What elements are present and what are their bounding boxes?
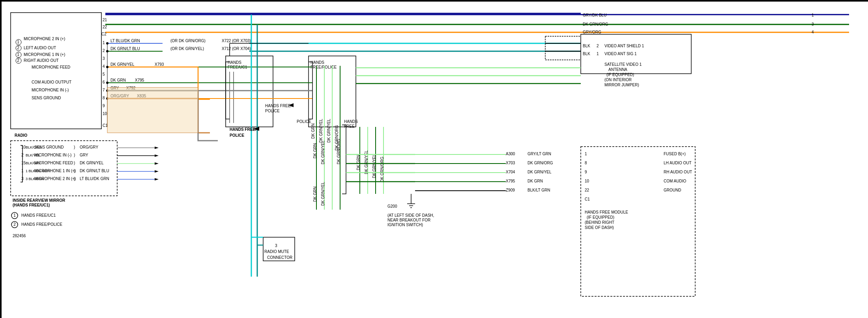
svg-text:8: 8 [103, 96, 105, 100]
svg-text:DK GRN/YEL: DK GRN/YEL [327, 119, 331, 143]
svg-point-205 [106, 50, 108, 52]
svg-text:6: 6 [103, 80, 105, 84]
svg-text:(OR DK GRN/YEL): (OR DK GRN/YEL) [170, 46, 204, 51]
svg-point-206 [106, 66, 108, 68]
svg-text:VIDEO ANT SIG 1: VIDEO ANT SIG 1 [604, 52, 637, 56]
svg-text:BLK/LT GRN: BLK/LT GRN [528, 188, 550, 192]
svg-text:C2: C2 [101, 32, 107, 36]
svg-text:COM AUDIO OUTPUT: COM AUDIO OUTPUT [32, 80, 71, 84]
svg-text:2: 2 [17, 58, 19, 63]
svg-text:8: 8 [585, 161, 587, 165]
svg-text:3  BLK/BRN: 3 BLK/BRN [26, 177, 44, 181]
svg-point-204 [106, 42, 108, 45]
svg-text:): ) [74, 153, 75, 157]
svg-text:): ) [74, 161, 75, 165]
svg-text:1: 1 [17, 40, 19, 44]
svg-text:DK GRN/LT BLU: DK GRN/LT BLU [80, 169, 109, 173]
svg-text:3: 3 [103, 56, 105, 61]
svg-text:HANDS: HANDS [228, 60, 241, 65]
svg-text:HANDS FREE/: HANDS FREE/ [265, 104, 292, 108]
svg-text:DK GRN/ORG: DK GRN/ORG [337, 139, 341, 164]
svg-text:): ) [74, 177, 75, 181]
svg-text:RADIO MUTE: RADIO MUTE [264, 249, 289, 254]
svg-text:IGNITION SWITCH): IGNITION SWITCH) [387, 223, 423, 227]
svg-text:BLK: BLK [583, 44, 590, 48]
svg-text:HANDS FREE/UC1: HANDS FREE/UC1 [21, 213, 56, 218]
svg-text:X795: X795 [506, 179, 515, 183]
svg-text:5: 5 [103, 72, 105, 76]
svg-text:22: 22 [585, 188, 589, 192]
svg-text:15: 15 [21, 161, 26, 165]
svg-text:10: 10 [585, 179, 589, 183]
svg-text:1: 1 [812, 13, 814, 17]
svg-text:DK GRN/YEL: DK GRN/YEL [364, 150, 369, 174]
svg-text:(HANDS FREE/UC1): (HANDS FREE/UC1) [13, 203, 50, 207]
svg-text:MIRROR JUMPER): MIRROR JUMPER) [604, 83, 639, 87]
svg-text:X704: X704 [506, 170, 515, 174]
svg-text:1: 1 [585, 152, 587, 156]
svg-text:RH AUDIO OUT: RH AUDIO OUT [664, 170, 692, 174]
svg-text:DK GRN/YEL: DK GRN/YEL [321, 140, 325, 164]
svg-text:GRY: GRY [80, 153, 88, 157]
svg-text:SENS GROUND: SENS GROUND [32, 96, 61, 100]
svg-text:7: 7 [103, 88, 105, 92]
svg-text:HANDS FREE/: HANDS FREE/ [230, 127, 256, 132]
svg-text:LEFT AUDIO OUT: LEFT AUDIO OUT [24, 46, 56, 50]
svg-text:COM AUDIO: COM AUDIO [664, 179, 686, 183]
svg-text:9: 9 [585, 170, 587, 174]
svg-text:2: 2 [17, 46, 19, 50]
svg-text:NEAR BREAKOUT FOR: NEAR BREAKOUT FOR [387, 218, 430, 222]
svg-text:C1: C1 [585, 197, 590, 201]
svg-text:4: 4 [103, 64, 105, 69]
svg-text:HANDS: HANDS [344, 119, 358, 124]
svg-text:LT BLU/DK GRN: LT BLU/DK GRN [110, 39, 140, 43]
svg-point-207 [106, 82, 108, 84]
svg-text:ANTENNA: ANTENNA [608, 67, 627, 72]
svg-text:VIDEO ANT SHIELD 1: VIDEO ANT SHIELD 1 [604, 44, 644, 48]
svg-text:2: 2 [13, 222, 16, 227]
svg-text:MICROPHONE 2 IN (+): MICROPHONE 2 IN (+) [24, 37, 65, 41]
svg-text:GRY/ORG: GRY/ORG [583, 30, 601, 34]
svg-text:Z909: Z909 [506, 188, 515, 192]
svg-text:MICROPHONE FEED: MICROPHONE FEED [32, 65, 70, 69]
svg-text:BLK: BLK [583, 52, 590, 56]
svg-text:LT BLU/DK GRN: LT BLU/DK GRN [80, 177, 109, 181]
svg-text:HANDS FREE MODULE: HANDS FREE MODULE [585, 210, 628, 214]
svg-text:FUSED B(+): FUSED B(+) [664, 152, 686, 156]
svg-text:4: 4 [812, 30, 814, 34]
svg-text:BLK/GRY: BLK/GRY [26, 161, 41, 165]
svg-text:GRY/DK BLU: GRY/DK BLU [583, 13, 606, 17]
svg-text:G200: G200 [387, 204, 397, 208]
svg-text:DK GRN/LT BLU: DK GRN/LT BLU [110, 46, 140, 51]
svg-rect-223 [107, 87, 198, 133]
svg-text:X795: X795 [135, 78, 144, 82]
svg-text:3: 3 [812, 22, 814, 26]
svg-text:A300: A300 [506, 152, 515, 156]
svg-text:): ) [74, 145, 75, 149]
svg-text:21: 21 [103, 18, 107, 22]
svg-text:DK GRN: DK GRN [311, 123, 315, 139]
svg-text:X703: X703 [506, 161, 515, 165]
svg-text:DK GRN/ORG: DK GRN/ORG [528, 161, 553, 165]
svg-text:DK GRN/YEL: DK GRN/YEL [319, 119, 323, 143]
svg-text:9: 9 [103, 104, 105, 108]
svg-text:1: 1 [597, 52, 599, 56]
svg-text:1  BLK/DK GRN: 1 BLK/DK GRN [26, 169, 50, 173]
svg-text:MICROPHONE 1 IN (+): MICROPHONE 1 IN (+) [24, 52, 65, 57]
svg-text:1: 1 [103, 41, 105, 45]
svg-text:LH AUDIO OUT: LH AUDIO OUT [664, 161, 692, 165]
svg-text:DK GRN/YEL: DK GRN/YEL [372, 154, 376, 178]
svg-text:(AT LEFT SIDE OF DASH,: (AT LEFT SIDE OF DASH, [387, 213, 434, 218]
svg-text:X712  (OR X704): X712 (OR X704) [222, 46, 251, 51]
svg-text:(BEHIND RIGHT: (BEHIND RIGHT [585, 220, 614, 225]
svg-text:(ON INTERIOR: (ON INTERIOR [604, 78, 632, 82]
svg-text:POLICE: POLICE [230, 133, 245, 138]
svg-text:DK GRN: DK GRN [356, 155, 361, 170]
svg-text:HANDS FREE/POLICE: HANDS FREE/POLICE [21, 222, 62, 227]
svg-text:RIGHT AUDIO OUT: RIGHT AUDIO OUT [24, 58, 59, 63]
svg-text:ORG/GRY: ORG/GRY [80, 145, 98, 149]
svg-text:1: 1 [17, 52, 19, 57]
svg-text:CONNECTOR: CONNECTOR [267, 255, 292, 260]
svg-text:DK GRN/ORG: DK GRN/ORG [380, 156, 384, 182]
svg-text:22: 22 [103, 25, 107, 29]
